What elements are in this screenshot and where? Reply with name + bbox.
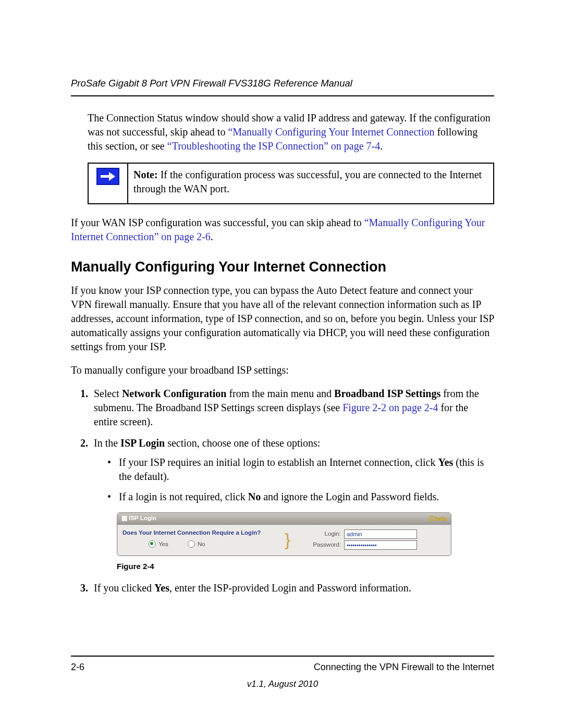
- bold: Network Configuration: [122, 388, 227, 399]
- section-p1: If you know your ISP connection type, yo…: [71, 283, 494, 354]
- text: If your WAN ISP configuration was succes…: [71, 217, 364, 228]
- chapter-title: Connecting the VPN Firewall to the Inter…: [314, 661, 494, 673]
- figure-caption: Figure 2-4: [117, 561, 494, 572]
- header-rule: [71, 95, 494, 96]
- bold: No: [248, 491, 261, 502]
- text: .: [380, 140, 383, 152]
- radio-no[interactable]: No: [188, 540, 205, 549]
- xref-manual-config[interactable]: “Manually Configuring Your Internet Conn…: [228, 126, 434, 138]
- text: In the: [94, 437, 120, 449]
- running-header: ProSafe Gigabit 8 Port VPN Firewall FVS3…: [71, 77, 494, 90]
- option-no: If a login is not required, click No and…: [107, 490, 494, 504]
- text: , enter the ISP-provided Login and Passw…: [169, 582, 411, 594]
- steps-list: Select Network Configuration from the ma…: [71, 387, 494, 595]
- help-icon: ⓘ: [429, 515, 435, 522]
- note-box: Note: If the configuration process was s…: [88, 163, 494, 204]
- page-number: 2-6: [71, 661, 84, 673]
- password-row: Password:: [300, 540, 446, 550]
- login-label: Login:: [300, 530, 344, 538]
- xref-figure-2-2[interactable]: Figure 2-2 on page 2-4: [342, 402, 438, 413]
- step-2: In the ISP Login section, choose one of …: [91, 436, 494, 572]
- step-2-options: If your ISP requires an initial login to…: [94, 455, 494, 504]
- text: If a login is not required, click: [119, 491, 248, 502]
- panel-right: Login: Password:: [296, 528, 446, 551]
- after-note-paragraph: If your WAN ISP configuration was succes…: [71, 216, 494, 244]
- radio-group: Yes No: [123, 540, 283, 550]
- text: .: [211, 231, 213, 242]
- footer-rule: [71, 656, 494, 657]
- page-footer: 2-6 Connecting the VPN Firewall to the I…: [71, 656, 494, 690]
- note-label: Note:: [133, 169, 158, 180]
- bold: Broadband ISP Settings: [334, 388, 440, 399]
- option-yes: If your ISP requires an initial login to…: [107, 455, 494, 484]
- section-heading: Manually Configuring Your Internet Conne…: [71, 257, 494, 276]
- section-p2: To manually configure your broadband ISP…: [71, 363, 494, 377]
- text: from the main menu and: [226, 388, 334, 399]
- radio-dot-icon: [188, 540, 195, 548]
- radio-yes[interactable]: Yes: [149, 540, 168, 549]
- intro-paragraph: The Connection Status window should show…: [71, 111, 494, 153]
- text: section, choose one of these options:: [165, 437, 320, 449]
- grid-icon: ▦: [121, 515, 129, 521]
- xref-troubleshooting[interactable]: “Troubleshooting the ISP Connection” on …: [167, 140, 380, 152]
- brace-icon: }: [283, 528, 296, 551]
- text: and ignore the Login and Password fields…: [261, 491, 439, 502]
- step-1: Select Network Configuration from the ma…: [91, 387, 494, 429]
- note-icon-cell: [88, 163, 128, 204]
- footer-version: v1.1, August 2010: [71, 678, 494, 690]
- password-input[interactable]: [344, 540, 417, 550]
- page: ProSafe Gigabit 8 Port VPN Firewall FVS3…: [0, 0, 563, 728]
- panel-title-text: ISP Login: [129, 515, 156, 521]
- login-row: Login:: [300, 529, 446, 539]
- radio-dot-icon: [149, 540, 156, 548]
- panel-title: ▦ ISP Login: [121, 514, 156, 523]
- panel-body: Does Your Internet Connection Require a …: [117, 525, 451, 556]
- text: If your ISP requires an initial login to…: [119, 456, 438, 468]
- radio-yes-label: Yes: [158, 540, 168, 549]
- note-text-cell: Note: If the configuration process was s…: [128, 163, 494, 204]
- login-question: Does Your Internet Connection Require a …: [123, 529, 283, 537]
- bold: Yes: [438, 456, 453, 468]
- help-link[interactable]: ⓘhelp: [429, 515, 447, 523]
- note-text: If the configuration process was success…: [133, 169, 482, 194]
- panel-titlebar: ▦ ISP Login ⓘhelp: [117, 513, 451, 525]
- step-3: If you clicked Yes, enter the ISP-provid…: [91, 581, 494, 595]
- bold: ISP Login: [120, 437, 165, 449]
- text: If you clicked: [94, 582, 154, 594]
- arrow-right-icon: [96, 168, 119, 185]
- isp-login-panel: ▦ ISP Login ⓘhelp Does Your Internet Con…: [117, 512, 451, 556]
- text: Select: [94, 388, 122, 399]
- panel-left: Does Your Internet Connection Require a …: [123, 529, 283, 550]
- radio-no-label: No: [198, 540, 205, 549]
- bold: Yes: [154, 582, 169, 594]
- password-label: Password:: [300, 541, 344, 549]
- login-input[interactable]: [344, 529, 417, 539]
- help-text: help: [435, 515, 447, 522]
- footer-row: 2-6 Connecting the VPN Firewall to the I…: [71, 661, 494, 673]
